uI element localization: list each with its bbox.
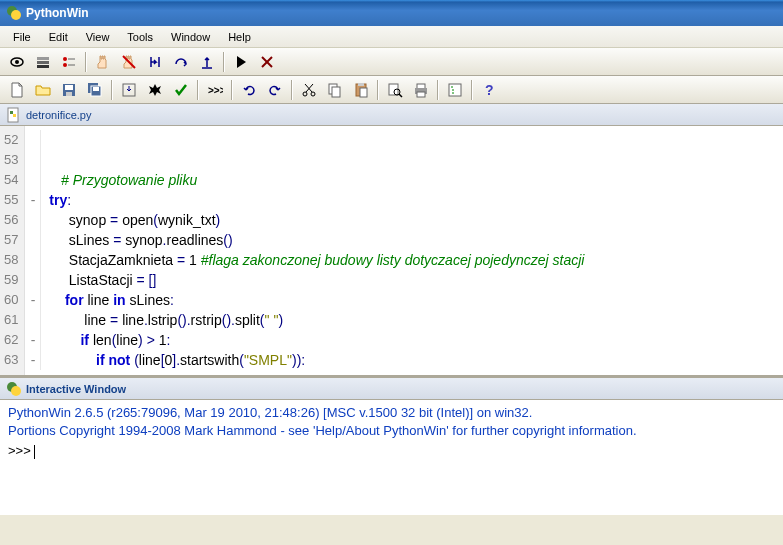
go-button[interactable] (229, 50, 253, 74)
redo-button[interactable] (263, 78, 287, 102)
watch-icon (9, 54, 25, 70)
svg-line-25 (305, 84, 312, 92)
undo-button[interactable] (237, 78, 261, 102)
step-over-icon (173, 54, 189, 70)
new-button[interactable] (5, 78, 29, 102)
code-line[interactable]: - try: (25, 190, 783, 210)
code-line[interactable]: - if len(line) > 1: (25, 330, 783, 350)
code-line[interactable]: synop = open(wynik_txt) (25, 210, 783, 230)
text-cursor (34, 445, 35, 459)
paste-button[interactable] (349, 78, 373, 102)
fold-marker[interactable]: - (25, 290, 41, 310)
interactive-prompt[interactable]: >>> (8, 440, 775, 463)
breakpoints-button[interactable] (57, 50, 81, 74)
line-number: 53 (4, 150, 18, 170)
help-icon: ? (481, 82, 497, 98)
clear-breakpoints-button[interactable] (117, 50, 141, 74)
help-button[interactable]: ? (477, 78, 501, 102)
menu-tools[interactable]: Tools (118, 29, 162, 45)
find-button[interactable] (383, 78, 407, 102)
step-out-button[interactable] (195, 50, 219, 74)
open-button[interactable] (31, 78, 55, 102)
code-line[interactable] (25, 130, 783, 150)
line-number: 55 (4, 190, 18, 210)
menu-file[interactable]: File (4, 29, 40, 45)
menu-view[interactable]: View (77, 29, 119, 45)
svg-rect-43 (10, 111, 13, 114)
code-line[interactable] (25, 150, 783, 170)
window-title: PythonWin (26, 6, 89, 20)
svg-rect-30 (360, 88, 367, 97)
save-icon (61, 82, 77, 98)
code-line[interactable]: StacjaZamknieta = 1 #flaga zakonczonej b… (25, 250, 783, 270)
code-line[interactable]: ListaStacji = [] (25, 270, 783, 290)
toolbar-separator (223, 52, 225, 72)
svg-rect-29 (358, 83, 364, 86)
play-icon (233, 54, 249, 70)
code-line[interactable]: line = line.lstrip().rstrip().split(" ") (25, 310, 783, 330)
fold-marker (25, 270, 41, 290)
step-button[interactable] (143, 50, 167, 74)
svg-rect-19 (93, 87, 99, 91)
code-line[interactable]: - for line in sLines: (25, 290, 783, 310)
line-number: 56 (4, 210, 18, 230)
open-folder-icon (35, 82, 51, 98)
code-editor[interactable]: 525354555657585960616263 # Przygotowanie… (0, 126, 783, 375)
fold-marker[interactable]: - (25, 190, 41, 210)
python-app-icon (6, 381, 22, 397)
interactive-body[interactable]: PythonWin 2.6.5 (r265:79096, Mar 19 2010… (0, 400, 783, 515)
toolbar-separator (377, 80, 379, 100)
save-all-button[interactable] (83, 78, 107, 102)
interactive-title: Interactive Window (26, 383, 126, 395)
code-content[interactable]: # Przygotowanie pliku- try: synop = open… (25, 126, 783, 375)
cut-button[interactable] (297, 78, 321, 102)
python-file-icon (6, 107, 22, 123)
svg-text:>>>: >>> (208, 85, 223, 96)
svg-text:?: ? (485, 82, 494, 98)
fold-marker[interactable]: - (25, 350, 41, 370)
menu-window[interactable]: Window (162, 29, 219, 45)
interactive-button[interactable]: >>> (203, 78, 227, 102)
document-header[interactable]: detronifice.py (0, 104, 783, 126)
code-line[interactable]: sLines = synop.readlines() (25, 230, 783, 250)
svg-rect-36 (417, 92, 425, 97)
close-x-icon (259, 54, 275, 70)
svg-point-1 (11, 10, 21, 20)
toolbar-separator (471, 80, 473, 100)
svg-rect-37 (449, 84, 461, 96)
save-button[interactable] (57, 78, 81, 102)
line-number: 54 (4, 170, 18, 190)
line-number: 58 (4, 250, 18, 270)
step-over-button[interactable] (169, 50, 193, 74)
svg-rect-15 (65, 85, 73, 90)
stack-button[interactable] (31, 50, 55, 74)
watch-button[interactable] (5, 50, 29, 74)
menu-help[interactable]: Help (219, 29, 260, 45)
fold-marker[interactable]: - (25, 330, 41, 350)
line-number: 61 (4, 310, 18, 330)
toolbar-separator (197, 80, 199, 100)
close-debug-button[interactable] (255, 50, 279, 74)
svg-point-22 (303, 92, 307, 96)
check-button[interactable] (169, 78, 193, 102)
check-icon (173, 82, 189, 98)
interactive-header[interactable]: Interactive Window (0, 378, 783, 400)
toolbar-separator (437, 80, 439, 100)
line-number: 63 (4, 350, 18, 370)
svg-point-23 (311, 92, 315, 96)
code-line[interactable]: - if not (line[0].startswith("SMPL")): (25, 350, 783, 370)
browser-button[interactable] (443, 78, 467, 102)
line-number: 59 (4, 270, 18, 290)
menu-edit[interactable]: Edit (40, 29, 77, 45)
code-line[interactable]: # Przygotowanie pliku (25, 170, 783, 190)
line-number: 60 (4, 290, 18, 310)
print-button[interactable] (409, 78, 433, 102)
svg-rect-5 (37, 61, 49, 64)
svg-rect-4 (37, 57, 49, 60)
import-button[interactable] (117, 78, 141, 102)
python-app-icon (6, 5, 22, 21)
run-button[interactable] (143, 78, 167, 102)
copy-button[interactable] (323, 78, 347, 102)
toggle-breakpoint-button[interactable] (91, 50, 115, 74)
svg-rect-6 (37, 65, 49, 68)
